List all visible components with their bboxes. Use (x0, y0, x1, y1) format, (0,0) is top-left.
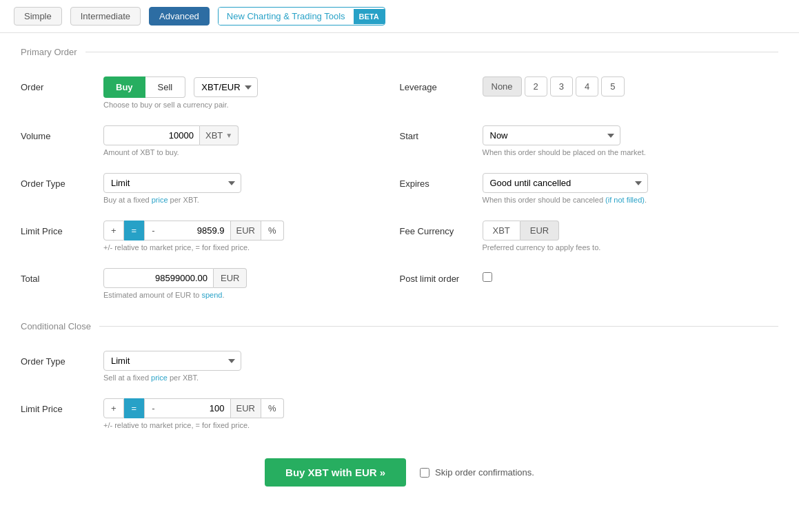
limit-price-primary-input-group: + = - EUR % (103, 221, 400, 241)
order-type-primary-hint: Buy at a fixed price per XBT. (103, 196, 400, 204)
post-limit-controls (483, 268, 779, 282)
order-type-close-hint-link: price (151, 374, 168, 382)
skip-confirm-label: Skip order confirmations. (435, 467, 534, 478)
volume-hint: Amount of XBT to buy. (103, 148, 400, 156)
section-divider (85, 52, 778, 52)
limit-price-primary-pct[interactable]: % (261, 221, 284, 241)
conditional-close-header: Conditional Close (21, 321, 778, 331)
top-nav: Simple Intermediate Advanced New Chartin… (0, 0, 799, 33)
limit-price-primary-plus[interactable]: + (103, 221, 124, 241)
limit-price-close-label: Limit Price (21, 398, 103, 414)
order-type-close-row: Order Type Limit Market Stop Loss Take P… (21, 342, 400, 390)
submit-button[interactable]: Buy XBT with EUR » (265, 458, 406, 487)
fee-currency-controls: XBT EUR Preferred currency to apply fees… (483, 221, 779, 252)
limit-price-primary-label: Limit Price (21, 221, 103, 236)
primary-order-grid: Order Buy Sell XBT/EUR Choose to buy or … (21, 68, 778, 307)
order-type-close-controls: Limit Market Stop Loss Take Profit Sell … (103, 351, 400, 382)
leverage-2[interactable]: 2 (525, 76, 547, 96)
expires-controls: Good until cancelled Good until date Imm… (483, 173, 779, 204)
currency-pair-select[interactable]: XBT/EUR (194, 77, 258, 97)
fee-currency-buttons: XBT EUR (483, 221, 779, 241)
expires-hint: When this order should be canceled (if n… (483, 196, 779, 204)
volume-label: Volume (21, 125, 103, 141)
limit-price-close-minus[interactable]: - (144, 398, 161, 418)
leverage-none[interactable]: None (483, 76, 522, 96)
limit-price-close-eq[interactable]: = (124, 398, 145, 418)
limit-price-close-hint: +/- relative to market price, = for fixe… (103, 421, 400, 429)
order-type-primary-row: Order Type Limit Market Stop Loss Take P… (21, 165, 400, 212)
limit-price-primary-unit: EUR (231, 221, 261, 241)
total-input-group: EUR (103, 268, 400, 288)
leverage-label: Leverage (400, 76, 483, 92)
volume-input-group: XBT ▼ (103, 125, 400, 145)
volume-controls: XBT ▼ Amount of XBT to buy. (103, 125, 400, 156)
order-label: Order (21, 76, 103, 92)
order-row: Order Buy Sell XBT/EUR Choose to buy or … (21, 68, 400, 117)
order-type-close-hint: Sell at a fixed price per XBT. (103, 374, 400, 382)
start-select[interactable]: Now Scheduled (483, 125, 620, 145)
order-type-close-label: Order Type (21, 351, 103, 367)
order-type-primary-select[interactable]: Limit Market Stop Loss Take Profit (103, 173, 241, 193)
post-limit-row: Post limit order (400, 260, 779, 307)
nav-intermediate[interactable]: Intermediate (70, 7, 141, 25)
sell-button[interactable]: Sell (145, 76, 186, 98)
buy-sell-group: Buy Sell (103, 76, 185, 98)
fee-eur-button[interactable]: EUR (520, 221, 559, 241)
limit-price-close-input[interactable] (162, 398, 231, 418)
total-hint-link: spend (201, 291, 222, 299)
total-unit: EUR (214, 268, 247, 288)
skip-confirm-checkbox[interactable] (420, 468, 429, 478)
order-type-close-select[interactable]: Limit Market Stop Loss Take Profit (103, 351, 241, 371)
post-limit-checkbox-wrap (483, 268, 779, 282)
total-hint: Estimated amount of EUR to spend. (103, 291, 400, 299)
fee-currency-row: Fee Currency XBT EUR Preferred currency … (400, 212, 779, 260)
limit-price-close-plus[interactable]: + (103, 398, 124, 418)
expires-label: Expires (400, 173, 483, 189)
order-type-close-empty (400, 342, 779, 390)
fee-currency-hint: Preferred currency to apply fees to. (483, 243, 779, 252)
nav-advanced[interactable]: Advanced (149, 7, 210, 25)
leverage-3[interactable]: 3 (550, 76, 573, 96)
volume-input[interactable] (103, 125, 200, 145)
fee-currency-label: Fee Currency (400, 221, 483, 236)
limit-price-close-pct[interactable]: % (261, 398, 284, 418)
beta-label: New Charting & Trading Tools (219, 8, 354, 25)
limit-price-close-input-group: + = - EUR % (103, 398, 400, 418)
conditional-close-grid: Order Type Limit Market Stop Loss Take P… (21, 342, 778, 438)
total-controls: EUR Estimated amount of EUR to spend. (103, 268, 400, 299)
conditional-close-title: Conditional Close (21, 321, 99, 331)
beta-tag[interactable]: New Charting & Trading Tools BETA (218, 7, 385, 25)
start-row: Start Now Scheduled When this order shou… (400, 117, 779, 165)
limit-price-close-row: Limit Price + = - EUR % +/- relative to … (21, 390, 400, 438)
expires-select[interactable]: Good until cancelled Good until date Imm… (483, 173, 648, 193)
volume-unit-arrow: ▼ (225, 132, 232, 139)
post-limit-label: Post limit order (400, 268, 483, 284)
nav-simple[interactable]: Simple (14, 7, 62, 25)
skip-confirm-wrap: Skip order confirmations. (420, 467, 534, 478)
primary-order-header: Primary Order (21, 47, 778, 57)
expires-row: Expires Good until cancelled Good until … (400, 165, 779, 212)
order-type-primary-hint-link: price (152, 196, 168, 204)
expires-hint-link: (if not filled) (605, 196, 645, 204)
order-hint: Choose to buy or sell a currency pair. (103, 101, 400, 109)
order-type-primary-controls: Limit Market Stop Loss Take Profit Buy a… (103, 173, 400, 204)
leverage-4[interactable]: 4 (576, 76, 598, 96)
limit-price-primary-input[interactable] (162, 221, 231, 241)
limit-price-close-controls: + = - EUR % +/- relative to market price… (103, 398, 400, 429)
start-hint: When this order should be placed on the … (483, 148, 779, 156)
start-controls: Now Scheduled When this order should be … (483, 125, 779, 156)
beta-badge: BETA (354, 9, 385, 24)
start-label: Start (400, 125, 483, 141)
primary-order-title: Primary Order (21, 47, 85, 57)
leverage-controls: None 2 3 4 5 (483, 76, 779, 96)
buy-button[interactable]: Buy (103, 76, 145, 98)
leverage-5[interactable]: 5 (601, 76, 624, 96)
limit-price-primary-minus[interactable]: - (144, 221, 161, 241)
total-label: Total (21, 268, 103, 284)
post-limit-checkbox[interactable] (483, 272, 492, 282)
limit-price-primary-eq[interactable]: = (124, 221, 145, 241)
total-input[interactable] (103, 268, 214, 288)
limit-price-primary-hint: +/- relative to market price, = for fixe… (103, 243, 400, 252)
fee-xbt-button[interactable]: XBT (483, 221, 520, 241)
volume-unit-button[interactable]: XBT ▼ (200, 125, 239, 145)
